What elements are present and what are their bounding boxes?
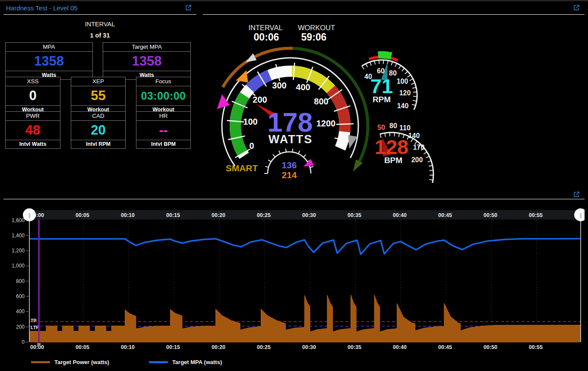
power-tick-label: 1200 bbox=[316, 119, 336, 128]
bpm-value: 128 bbox=[375, 135, 408, 158]
time-label-top: 00:40 bbox=[393, 212, 407, 218]
time-label-bottom: 00:25 bbox=[257, 344, 271, 350]
legend-item-target-mpa: Target MPA (watts) bbox=[149, 359, 222, 365]
time-label-bottom: 00:35 bbox=[348, 344, 361, 350]
power-tick-label: 200 bbox=[253, 95, 267, 104]
time-label-bottom: 00:20 bbox=[212, 344, 225, 350]
time-label-top: 00:55 bbox=[529, 212, 543, 218]
sub-value-top: 136 bbox=[281, 160, 297, 170]
rpm-value: 71 bbox=[370, 75, 393, 97]
power-gauge: 01002003004008001200178WATTSSMART bbox=[217, 48, 368, 173]
sub-value-bottom: 214 bbox=[281, 170, 297, 180]
y-axis-label: 1,000 bbox=[12, 263, 25, 269]
rpm-tick-label: 60 bbox=[377, 67, 385, 75]
sub-marker bbox=[303, 159, 314, 167]
time-label-bottom: 00:40 bbox=[393, 344, 407, 350]
target-power-area bbox=[30, 295, 580, 343]
power-tick-label: 400 bbox=[296, 82, 310, 92]
rpm-tick-label: 100 bbox=[397, 78, 408, 85]
y-axis-label: 1,400 bbox=[12, 233, 25, 239]
time-label-top: 00:45 bbox=[438, 212, 452, 218]
sub-gauge: 136214 bbox=[264, 149, 314, 180]
gauge-panel: INTERVAL00:06WORKOUT59:06 01002003004008… bbox=[203, 2, 585, 187]
power-unit: WATTS bbox=[269, 133, 313, 146]
bpm-gauge: 5080110140170200128BPM bbox=[375, 122, 433, 183]
metric-cad: CAD 20 Intvl RPM bbox=[71, 111, 126, 149]
target-marker bbox=[236, 70, 248, 83]
mpa-marker bbox=[217, 94, 230, 109]
gauge-cluster: INTERVAL00:06WORKOUT59:06 01002003004008… bbox=[203, 2, 585, 183]
ref-label-tp: TP bbox=[31, 318, 36, 323]
metric-xep: XEP 55 Workout bbox=[71, 77, 126, 114]
y-axis-label: 0 bbox=[22, 339, 25, 345]
metric-focus: Focus 03:00:00 Workout bbox=[136, 77, 191, 114]
progress-arrowhead bbox=[353, 160, 363, 172]
metric-target-mpa: Target MPA 1358 Watts bbox=[103, 42, 191, 80]
time-label-bottom: 00:05 bbox=[76, 344, 89, 350]
time-label-top: 00:25 bbox=[257, 212, 271, 218]
band-violet bbox=[250, 75, 269, 88]
left-panel-header: Hardness Test - Level 05 bbox=[3, 2, 196, 15]
time-label-bottom: 00:10 bbox=[121, 344, 135, 350]
interval-timer-value: 00:06 bbox=[254, 31, 279, 43]
workout-title: Hardness Test - Level 05 bbox=[6, 4, 78, 12]
bpm-tick-label: 80 bbox=[389, 122, 397, 129]
time-label-top: 00:15 bbox=[166, 212, 180, 218]
bpm-tick-label: 200 bbox=[411, 156, 423, 163]
rpm-unit: RPM bbox=[373, 95, 391, 104]
timer-header: INTERVAL00:06WORKOUT59:06 bbox=[248, 24, 335, 43]
chart-legend: Target Power (watts) Target MPA (watts) bbox=[31, 359, 222, 365]
y-axis-label: 400 bbox=[16, 308, 25, 314]
bpm-tick-label: 50 bbox=[377, 124, 385, 131]
time-label-top: 00:10 bbox=[121, 212, 135, 218]
time-label-bottom: 00:50 bbox=[484, 344, 497, 350]
time-label-bottom: 00:15 bbox=[166, 344, 180, 350]
range-handle-grip-icon: ∥ bbox=[28, 212, 31, 218]
workout-chart-panel: 00:0000:0000:0500:0500:1000:1000:1500:15… bbox=[3, 190, 585, 369]
legend-swatch-power bbox=[31, 361, 50, 363]
ref-label-ltp: LTP bbox=[31, 325, 39, 330]
y-axis-label: 600 bbox=[16, 293, 25, 299]
interval-count: 1 of 31 bbox=[3, 32, 196, 39]
y-axis-label: 1,200 bbox=[12, 248, 25, 254]
progress-start-arrowhead bbox=[246, 53, 257, 63]
time-label-bottom: 00:45 bbox=[438, 344, 452, 350]
external-link-icon[interactable] bbox=[573, 191, 580, 198]
chart-panel-header bbox=[3, 190, 585, 199]
y-axis-label: 1,600 bbox=[12, 217, 25, 223]
metric-xss: XSS 0 Workout bbox=[5, 77, 60, 114]
bpm-unit: BPM bbox=[384, 156, 402, 165]
rpm-tick-label: 140 bbox=[397, 102, 409, 110]
workout-timer-label: WORKOUT bbox=[298, 24, 335, 31]
power-tick-label: 800 bbox=[314, 97, 328, 106]
time-label-bottom: 00:30 bbox=[302, 344, 316, 350]
external-link-icon[interactable] bbox=[185, 4, 192, 11]
rpm-gauge: 40608010012014071RPM bbox=[362, 55, 417, 110]
time-label-top: 00:50 bbox=[484, 212, 497, 218]
power-tick-label: 0 bbox=[249, 141, 254, 151]
interval-timer-label: INTERVAL bbox=[248, 24, 282, 31]
playhead-marker[interactable] bbox=[37, 343, 41, 346]
interval-label: INTERVAL bbox=[3, 21, 196, 28]
bpm-tick-label: 110 bbox=[399, 124, 411, 132]
metric-hr: HR -- Intvl BPM bbox=[136, 111, 191, 149]
power-tick-label: 300 bbox=[272, 81, 286, 90]
time-label-top: 00:05 bbox=[76, 212, 89, 218]
legend-item-target-power: Target Power (watts) bbox=[31, 359, 109, 365]
legend-swatch-mpa bbox=[149, 361, 168, 363]
time-label-top: 00:20 bbox=[212, 212, 225, 218]
y-axis-label: 200 bbox=[16, 324, 25, 330]
bpm-tick-label: 170 bbox=[413, 144, 425, 151]
metric-mpa: MPA 1358 Watts bbox=[5, 42, 93, 80]
time-label-top: 00:30 bbox=[302, 212, 316, 218]
time-label-bottom: 00:00 bbox=[30, 344, 44, 350]
time-label-top: 00:35 bbox=[348, 212, 361, 218]
rpm-green-zone bbox=[378, 55, 392, 56]
workout-chart: 00:0000:0000:0500:0500:1000:1000:1500:15… bbox=[3, 199, 585, 358]
rpm-tick-label: 120 bbox=[399, 89, 411, 97]
workout-timer-value: 59:06 bbox=[301, 31, 327, 43]
metric-pwr: PWR 48 Intvl Watts bbox=[5, 111, 60, 149]
smart-label: SMART bbox=[226, 163, 258, 173]
workout-info-panel: Hardness Test - Level 05 INTERVAL 1 of 3… bbox=[3, 2, 196, 187]
range-handle-grip-icon: ∥ bbox=[579, 212, 582, 218]
